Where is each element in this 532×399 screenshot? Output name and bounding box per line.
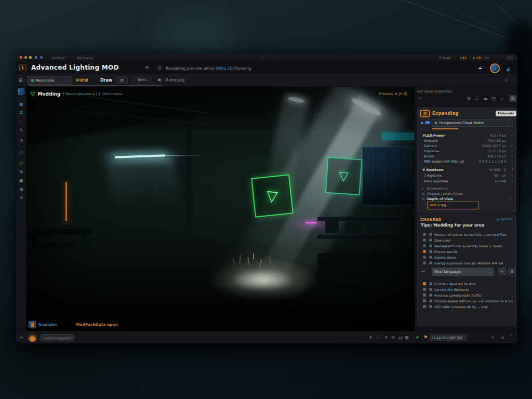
tab-dot-blue2[interactable] — [40, 56, 43, 59]
materials-button[interactable]: Materials — [496, 111, 516, 116]
property-row[interactable]: Bloom 400 / 18 px ▫ — [418, 154, 516, 159]
history-clock-icon[interactable]: ◔ — [16, 138, 26, 143]
change-item[interactable]: ▤ Previous camera night fix/file — [418, 292, 516, 298]
mini-pill[interactable] — [507, 56, 513, 60]
undo-icon[interactable]: ⟲ — [145, 65, 149, 70]
panel-link-row[interactable]: ◍ Depth of View ◇ — [418, 196, 516, 202]
property-row[interactable]: #LED/Power F13 / 4 px ▫ — [418, 133, 516, 138]
add-tag-input[interactable]: Add a tag… — [427, 202, 479, 209]
stepper-icon[interactable]: ▫ — [511, 149, 513, 152]
filter-icon[interactable]: ≋ — [157, 77, 162, 83]
property-row[interactable]: PBR weight AVA filter (g) 6 0 0 2 1 2 1 … — [418, 159, 516, 164]
change-item[interactable]: ▤ Ensure specify — [418, 249, 516, 255]
credit-username[interactable]: @outtakes — [38, 323, 57, 327]
attach-button[interactable]: ⎘ — [498, 268, 506, 275]
layers-icon[interactable]: ⧉ — [16, 169, 26, 175]
sparkle-icon[interactable]: ✦ — [384, 335, 388, 340]
chevron-icon[interactable]: ⌄ — [500, 96, 504, 101]
settings-grid-icon[interactable]: ⌗ — [505, 77, 508, 83]
window-body: ▣ ≣ — ✎ ◔ ⬠ ▢ ⧉ ▣ ⊞ ⊘ — [16, 87, 517, 331]
chevron-down-icon[interactable]: ⌄ — [273, 55, 276, 59]
language-select[interactable]: Next language ⌄ — [432, 268, 494, 276]
tab-annotate[interactable]: Annotate — [166, 78, 185, 83]
change-item[interactable]: ▤ LED radar schedule db 5p — V.4z — [418, 304, 516, 310]
scene-thumbnail[interactable] — [18, 88, 24, 95]
stepper-icon[interactable]: ▾ — [512, 167, 513, 171]
corner-tool-button[interactable]: ◳ — [509, 95, 516, 102]
viewport-3d[interactable]: ▽ ▽ — [26, 87, 415, 331]
change-item[interactable]: ▤ Revised extruder & density zones + bea… — [418, 243, 516, 249]
user-avatar[interactable] — [490, 63, 500, 73]
tab-title[interactable]: Untitled — [51, 56, 65, 60]
blue-toggle[interactable] — [425, 121, 430, 124]
columns-icon[interactable]: ⚌ — [484, 96, 487, 101]
property-row[interactable]: Hello keystone 6.4 MB ▫ — [418, 179, 516, 184]
change-item[interactable]: ▤ Merged all last on turned AVs, branche… — [418, 232, 516, 237]
credit-thumbnail[interactable] — [29, 321, 36, 328]
grid-icon[interactable]: ▦ — [405, 335, 409, 340]
beta-link[interactable]: (Beta.10) — [216, 66, 234, 71]
stepper-icon[interactable]: ▫ — [511, 173, 513, 177]
target-icon[interactable]: ⊕ — [391, 335, 395, 340]
tab-resources[interactable]: ▦ Resources ⌄ — [28, 76, 72, 85]
property-row[interactable]: Camera 2048×3072 px ▫ — [418, 143, 516, 149]
swap-icon[interactable]: ⇄ — [418, 96, 422, 101]
target-icon[interactable]: ⊙ — [467, 96, 471, 101]
polygon-icon[interactable]: ⬠ — [16, 151, 26, 155]
change-item[interactable]: ▤ Chrome-based drift pause — environment… — [418, 298, 516, 304]
move-icon[interactable]: ✛ — [369, 335, 373, 340]
tab-tools[interactable]: Tools — [131, 76, 153, 84]
tab-dot-orange2[interactable] — [24, 56, 27, 59]
frame-icon[interactable]: ▢ — [16, 161, 26, 166]
divider: — — [16, 119, 26, 124]
grid2-icon[interactable]: ⧈ — [501, 335, 504, 340]
diamond-icon[interactable]: ◇ — [509, 196, 511, 201]
tab-draw[interactable]: Draw — [100, 78, 112, 83]
property-value: F13 / 4 px — [490, 134, 507, 137]
node-icon[interactable]: ⊹ — [491, 335, 495, 340]
fullscreen-icon[interactable]: ⛶ — [377, 335, 380, 340]
stepper-icon[interactable]: ▫ — [511, 143, 513, 147]
grid-small-icon[interactable]: ⊞ — [16, 187, 26, 192]
share-icon[interactable]: ◭ — [507, 66, 511, 72]
command-input[interactable]: command/search ⊡ — [39, 334, 75, 341]
change-item[interactable]: ▤ Submit demo — [418, 255, 516, 260]
duplicate-button[interactable]: ⧉ — [116, 76, 128, 84]
cloud-icon[interactable]: ☁ — [478, 65, 482, 70]
property-row[interactable]: Exposure 1.77 / 9 px ▫ — [418, 149, 516, 154]
panel-link-row[interactable]: ⌱ Dimension x — [418, 186, 516, 191]
stepper-icon[interactable]: ▫ — [511, 179, 513, 182]
tab-dot-yellow[interactable] — [29, 56, 32, 59]
tab-dot-orange[interactable] — [20, 56, 22, 59]
brush-icon[interactable]: ✎ — [16, 128, 26, 132]
history-icon[interactable]: ◷ — [157, 65, 162, 70]
stepper-icon[interactable]: ▫ — [511, 154, 513, 157]
grid-icon[interactable]: ⊞ — [19, 77, 23, 83]
change-item[interactable]: ▤ Energy & preview over by: Material ## … — [418, 260, 516, 266]
property-row[interactable]: # Keystone 24 000 – 9 ▾ — [418, 167, 516, 172]
chevron-down-icon[interactable]: ⌄ — [261, 55, 264, 59]
tab-dot-blue[interactable] — [35, 56, 37, 59]
property-row[interactable]: Ambient P10 100 px ▫ — [418, 138, 516, 143]
stepper-icon[interactable]: ▫ — [511, 138, 513, 142]
property-row[interactable]: 1 keystone 90 – px ▫ — [418, 173, 516, 178]
change-item[interactable]: ▤ Carved dim filaments — [418, 287, 516, 292]
panel-icon[interactable]: ▣ — [16, 178, 26, 183]
panel-blue-icon[interactable]: ▣ — [16, 102, 26, 107]
tab-view[interactable]: VIEW — [76, 78, 88, 83]
send-button[interactable]: ⊠ — [508, 268, 516, 275]
panel-link-row[interactable]: ▤ Shadow / beam filters — [418, 191, 516, 196]
preset-dropdown[interactable]: ❖ Postprocess Cloud Matte ⋮ — [432, 119, 513, 127]
rail-menu-icon[interactable]: ≡ — [20, 335, 23, 340]
change-item[interactable]: ▤ Download — [418, 237, 516, 243]
slice-icon[interactable]: ⊘ — [16, 195, 26, 200]
header-bar: L Advanced Lighting MOD ⟲ ◷ Rendering pr… — [16, 61, 517, 74]
stepper-icon[interactable]: ▫ — [511, 133, 513, 137]
stepper-icon[interactable]: ▫ — [511, 159, 513, 163]
change-item[interactable]: ▤ Find two dead arc fix dots — [418, 281, 516, 287]
expand-icon[interactable]: ⛶ — [475, 96, 478, 101]
split-icon[interactable]: ◫ — [492, 96, 496, 101]
layers-teal-icon[interactable]: ≣ — [16, 110, 26, 115]
collapse-icon[interactable]: ˅ — [511, 335, 513, 340]
bottom-avatar[interactable] — [28, 332, 37, 342]
